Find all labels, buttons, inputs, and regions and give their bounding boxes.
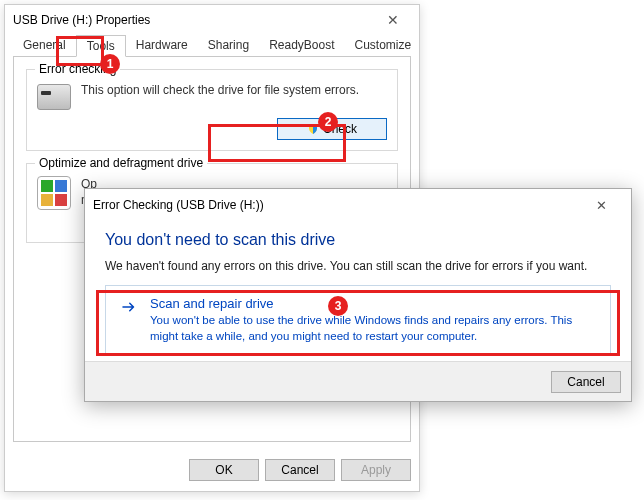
error-checking-text: This option will check the drive for fil… [81,82,387,110]
annotation-badge-3: 3 [328,296,348,316]
tab-hardware[interactable]: Hardware [126,35,198,57]
scan-title: Scan and repair drive [150,296,598,311]
dialog-title: Error Checking (USB Drive (H:)) [93,198,579,212]
optimize-legend: Optimize and defragment drive [35,156,207,170]
shield-icon [307,122,319,136]
defrag-icon [37,176,71,210]
tab-readyboost[interactable]: ReadyBoost [259,35,344,57]
annotation-badge-2: 2 [318,112,338,132]
tabs: General Tools Hardware Sharing ReadyBoos… [13,35,411,57]
scan-repair-option[interactable]: Scan and repair drive You won't be able … [105,285,611,355]
cancel-button[interactable]: Cancel [265,459,335,481]
dialog-heading: You don't need to scan this drive [105,231,611,249]
dialog-subtext: We haven't found any errors on this driv… [105,259,611,273]
error-checking-dialog: Error Checking (USB Drive (H:)) ✕ You do… [84,188,632,402]
drive-icon [37,84,71,110]
close-icon[interactable]: ✕ [375,9,411,31]
annotation-badge-1: 1 [100,54,120,74]
tab-customize[interactable]: Customize [345,35,422,57]
window-title: USB Drive (H:) Properties [13,13,375,27]
dialog-cancel-button[interactable]: Cancel [551,371,621,393]
arrow-right-icon [120,298,138,316]
tab-general[interactable]: General [13,35,76,57]
scan-description: You won't be able to use the drive while… [150,313,598,344]
error-checking-group: Error checking This option will check th… [26,69,398,151]
tab-tools[interactable]: Tools [76,35,126,57]
apply-button[interactable]: Apply [341,459,411,481]
properties-buttons: OK Cancel Apply [5,459,419,481]
dialog-close-icon[interactable]: ✕ [579,192,623,218]
tab-sharing[interactable]: Sharing [198,35,259,57]
ok-button[interactable]: OK [189,459,259,481]
dialog-footer: Cancel [85,361,631,401]
titlebar: USB Drive (H:) Properties ✕ [5,5,419,35]
